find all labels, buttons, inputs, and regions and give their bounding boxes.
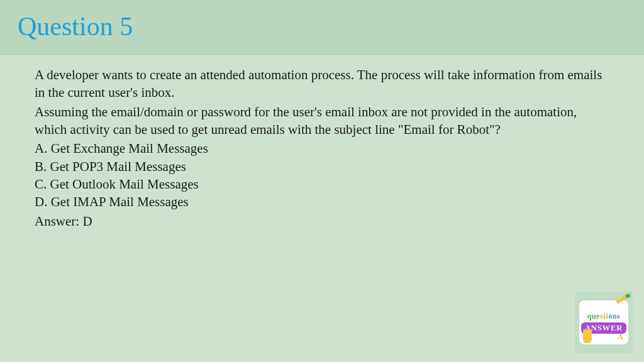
question-paragraph-2: Assuming the email/domain or password fo… bbox=[35, 103, 609, 139]
option-a: A. Get Exchange Mail Messages bbox=[35, 140, 609, 157]
options-list: A. Get Exchange Mail Messages B. Get POP… bbox=[35, 140, 609, 211]
question-paragraph-1: A developer wants to create an attended … bbox=[35, 66, 609, 102]
logo-letter-a: A bbox=[618, 332, 623, 342]
character-icon bbox=[583, 329, 592, 343]
logo-paper: questions ANSWER A bbox=[579, 300, 628, 344]
logo-questions-text: questions bbox=[587, 312, 621, 321]
answer-line: Answer: D bbox=[35, 212, 609, 230]
slide-header: Question 5 bbox=[0, 0, 644, 55]
option-b: B. Get POP3 Mail Messages bbox=[35, 158, 609, 175]
question-title: Question 5 bbox=[18, 11, 626, 41]
question-content: A developer wants to create an attended … bbox=[0, 55, 644, 230]
pencil-icon bbox=[616, 293, 631, 304]
questions-answer-logo: questions ANSWER A bbox=[575, 292, 633, 353]
option-c: C. Get Outlook Mail Messages bbox=[35, 175, 609, 193]
option-d: D. Get IMAP Mail Messages bbox=[35, 193, 609, 211]
